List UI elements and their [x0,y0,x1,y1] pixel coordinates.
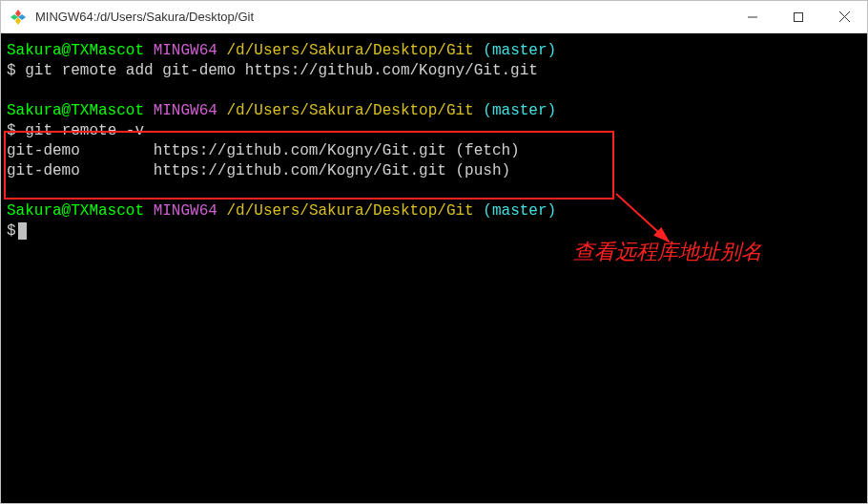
env-label: MINGW64 [154,202,217,220]
branch-label: (master) [483,202,556,220]
user-host: Sakura@TXMascot [7,42,144,59]
cwd-path: /d/Users/Sakura/Desktop/Git [226,102,473,119]
command-text: git remote add git-demo https://github.c… [25,62,538,79]
blank-line [7,181,861,201]
command-text: git remote -v [25,122,144,139]
command-line: $ git remote -v [7,121,861,141]
cursor [18,222,27,240]
maximize-button[interactable] [775,1,821,32]
output-line: git-demo https://github.com/Kogny/Git.gi… [7,141,861,161]
branch-label: (master) [483,102,556,119]
env-label: MINGW64 [154,42,217,59]
window-controls [730,1,867,32]
svg-rect-5 [795,12,803,21]
env-label: MINGW64 [154,102,217,119]
prompt-line: Sakura@TXMascot MINGW64 /d/Users/Sakura/… [7,101,861,121]
cwd-path: /d/Users/Sakura/Desktop/Git [226,202,473,220]
blank-line [7,81,861,101]
command-line: $ [7,221,861,242]
prompt-symbol: $ [7,62,16,79]
prompt-line: Sakura@TXMascot MINGW64 /d/Users/Sakura/… [7,41,861,61]
close-button[interactable] [821,1,867,32]
prompt-symbol: $ [7,222,16,240]
prompt-symbol: $ [7,122,16,139]
window-titlebar: MINGW64:/d/Users/Sakura/Desktop/Git [1,1,867,33]
output-line: git-demo https://github.com/Kogny/Git.gi… [7,161,861,181]
prompt-line: Sakura@TXMascot MINGW64 /d/Users/Sakura/… [7,201,861,221]
cwd-path: /d/Users/Sakura/Desktop/Git [226,42,473,59]
annotation-text: 查看远程库地址别名 [573,242,762,262]
minimize-button[interactable] [730,1,775,32]
app-icon [9,8,28,27]
terminal-area[interactable]: Sakura@TXMascot MINGW64 /d/Users/Sakura/… [1,33,867,503]
user-host: Sakura@TXMascot [7,202,144,220]
command-line: $ git remote add git-demo https://github… [7,61,861,81]
user-host: Sakura@TXMascot [7,102,144,119]
window-title: MINGW64:/d/Users/Sakura/Desktop/Git [35,10,730,24]
branch-label: (master) [483,42,556,59]
